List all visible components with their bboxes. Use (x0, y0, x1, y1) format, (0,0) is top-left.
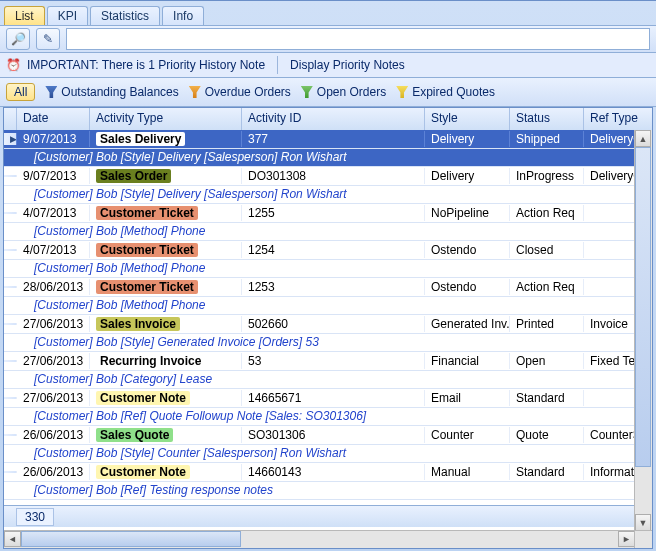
activity-grid: Date Activity Type Activity ID Style Sta… (3, 107, 653, 549)
tab-bar: List KPI Statistics Info (0, 1, 656, 25)
header-status[interactable]: Status (510, 108, 584, 130)
cell-ref-type (584, 212, 635, 214)
row-detail: [Customer] Bob [Style] Counter [Salesper… (4, 445, 635, 463)
table-row[interactable]: 27/06/2013Recurring Invoice53FinancialOp… (4, 352, 635, 371)
table-row[interactable]: ▶9/07/2013Sales Delivery377DeliveryShipp… (4, 130, 635, 149)
row-indicator (4, 212, 17, 214)
row-detail: [Customer] Bob [Method] Phone (4, 223, 635, 241)
app-window: List KPI Statistics Info 🔎 ✎ ⏰ IMPORTANT… (0, 0, 656, 551)
display-priority-notes-link[interactable]: Display Priority Notes (290, 58, 405, 72)
filter-overdue-orders[interactable]: Overdue Orders (189, 85, 291, 99)
cell-status: Action Req (510, 205, 584, 221)
filter-all[interactable]: All (6, 83, 35, 101)
filter-outstanding-balances[interactable]: Outstanding Balances (45, 85, 178, 99)
cell-ref-type: CounterSale (584, 427, 635, 443)
tab-statistics[interactable]: Statistics (90, 6, 160, 25)
cell-style: Ostendo (425, 279, 510, 295)
cell-style: Generated Inv... (425, 316, 510, 332)
filter-label: Outstanding Balances (61, 85, 178, 99)
header-date[interactable]: Date (17, 108, 90, 130)
table-row[interactable]: 27/06/2013Customer Note14665671EmailStan… (4, 389, 635, 408)
header-activity-id[interactable]: Activity ID (242, 108, 425, 130)
row-detail: [Customer] Bob [Style] Delivery [Salespe… (4, 186, 635, 204)
cell-style: Manual (425, 464, 510, 480)
cell-activity-id: 377 (242, 131, 425, 147)
filter-label: Open Orders (317, 85, 386, 99)
row-indicator (4, 323, 17, 325)
scroll-corner (634, 530, 652, 548)
cell-ref-type: Fixed Term (584, 353, 635, 369)
table-row[interactable]: 27/06/2013Sales Invoice502660Generated I… (4, 315, 635, 334)
table-row[interactable]: 28/06/2013Customer Ticket1253OstendoActi… (4, 278, 635, 297)
filter-open-orders[interactable]: Open Orders (301, 85, 386, 99)
cell-activity-type: Sales Quote (90, 427, 242, 443)
cell-status: Action Req (510, 279, 584, 295)
cell-date: 26/06/2013 (17, 427, 90, 443)
cell-activity-id: SO301306 (242, 427, 425, 443)
cell-status: Standard (510, 390, 584, 406)
cell-activity-id: DO301308 (242, 168, 425, 184)
row-indicator (4, 434, 17, 436)
scroll-up-icon[interactable]: ▲ (635, 130, 651, 147)
row-detail: [Customer] Bob [Ref] Quote Followup Note… (4, 408, 635, 426)
cell-status: InProgress (510, 168, 584, 184)
row-detail: [Customer] Bob [Ref] Testing response no… (4, 482, 635, 500)
cell-date: 27/06/2013 (17, 390, 90, 406)
funnel-icon (45, 86, 57, 98)
scroll-thumb[interactable] (635, 147, 651, 467)
row-detail: [Customer] Bob [Style] Generated Invoice… (4, 334, 635, 352)
cell-date: 27/06/2013 (17, 316, 90, 332)
table-row[interactable]: 4/07/2013Customer Ticket1254OstendoClose… (4, 241, 635, 260)
tab-list[interactable]: List (4, 6, 45, 25)
row-indicator (4, 249, 17, 251)
cell-style: Counter (425, 427, 510, 443)
clear-icon[interactable]: ✎ (36, 28, 60, 50)
table-row[interactable]: 26/06/2013Customer Note14660143ManualSta… (4, 463, 635, 482)
cell-date: 9/07/2013 (17, 168, 90, 184)
funnel-icon (189, 86, 201, 98)
funnel-icon (301, 86, 313, 98)
scroll-right-icon[interactable]: ► (618, 531, 635, 547)
header-style[interactable]: Style (425, 108, 510, 130)
row-indicator: ▶ (4, 133, 17, 145)
grid-body[interactable]: ▶9/07/2013Sales Delivery377DeliveryShipp… (4, 130, 635, 506)
alert-bar: ⏰ IMPORTANT: There is 1 Priority History… (0, 53, 656, 78)
alert-text: IMPORTANT: There is 1 Priority History N… (27, 58, 265, 72)
cell-activity-type: Sales Delivery (90, 131, 242, 147)
cell-date: 4/07/2013 (17, 205, 90, 221)
tab-kpi[interactable]: KPI (47, 6, 88, 25)
scroll-down-icon[interactable]: ▼ (635, 514, 651, 531)
header-ref-type[interactable]: Ref Type (584, 108, 653, 130)
header-gutter (4, 108, 17, 130)
table-row[interactable]: 9/07/2013Sales OrderDO301308DeliveryInPr… (4, 167, 635, 186)
record-count: 330 (16, 508, 54, 526)
filter-bar: All Outstanding Balances Overdue Orders … (0, 78, 656, 107)
cell-ref-type (584, 249, 635, 251)
cell-activity-type: Customer Note (90, 390, 242, 406)
cell-ref-type: DeliveryOrder (584, 168, 635, 184)
tab-info[interactable]: Info (162, 6, 204, 25)
horizontal-scrollbar[interactable]: ◄ ► (4, 530, 635, 548)
alarm-icon: ⏰ (6, 58, 21, 72)
cell-activity-id: 1254 (242, 242, 425, 258)
separator (277, 56, 278, 74)
table-row[interactable]: 4/07/2013Customer Ticket1255NoPipelineAc… (4, 204, 635, 223)
search-icon[interactable]: 🔎 (6, 28, 30, 50)
cell-status: Quote (510, 427, 584, 443)
cell-style: NoPipeline (425, 205, 510, 221)
cell-style: Financial (425, 353, 510, 369)
row-indicator (4, 175, 17, 177)
vertical-scrollbar[interactable]: ▲ ▼ (634, 130, 652, 548)
header-activity-type[interactable]: Activity Type (90, 108, 242, 130)
table-row[interactable]: 26/06/2013Sales QuoteSO301306CounterQuot… (4, 426, 635, 445)
filter-expired-quotes[interactable]: Expired Quotes (396, 85, 495, 99)
scroll-thumb[interactable] (21, 531, 241, 547)
grid-footer: 330 (4, 505, 652, 527)
cell-status: Printed (510, 316, 584, 332)
cell-status: Closed (510, 242, 584, 258)
cell-activity-id: 1253 (242, 279, 425, 295)
cell-activity-type: Sales Order (90, 168, 242, 184)
search-input[interactable] (66, 28, 650, 50)
cell-activity-id: 53 (242, 353, 425, 369)
scroll-left-icon[interactable]: ◄ (4, 531, 21, 547)
